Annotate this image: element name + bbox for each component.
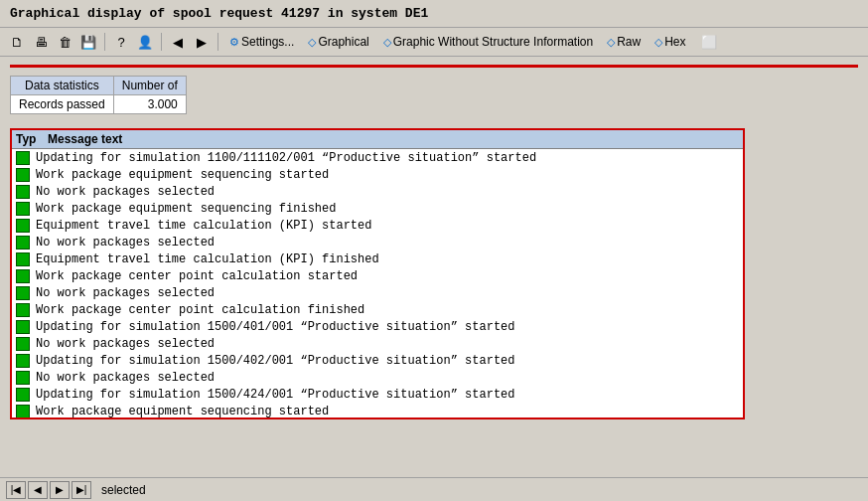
msg-text: Work package equipment sequencing starte… (36, 168, 329, 182)
title-bar: Graphical display of spool request 41297… (0, 0, 868, 28)
print-btn[interactable]: 🖶 (30, 31, 52, 53)
settings-icon: ⚙ (229, 36, 239, 49)
msg-status-icon (16, 371, 30, 385)
nav-next-btn[interactable]: ▶ (50, 481, 70, 499)
msg-status-icon (16, 252, 30, 266)
col-typ-label: Typ (16, 132, 48, 146)
message-row: Equipment travel time calculation (KPI) … (12, 250, 743, 267)
message-row: No work packages selected (12, 234, 743, 250)
sep2 (161, 33, 162, 51)
msg-text: Updating for simulation 1500/401/001 “Pr… (36, 320, 514, 334)
msg-status-icon (16, 219, 30, 233)
msg-status-icon (16, 405, 30, 418)
msg-text: Updating for simulation 1100/111102/001 … (36, 151, 536, 165)
message-row: Updating for simulation 1500/401/001 “Pr… (12, 318, 743, 335)
msg-status-icon (16, 151, 30, 165)
msg-text: No work packages selected (36, 286, 215, 300)
stats-col2-header: Number of (113, 77, 186, 95)
message-row: Updating for simulation 1500/402/001 “Pr… (12, 352, 743, 369)
msg-status-icon (16, 388, 30, 402)
stats-row1-label: Records passed (11, 95, 114, 114)
user-btn[interactable]: 👤 (134, 31, 156, 53)
msg-status-icon (16, 185, 30, 199)
message-row: No work packages selected (12, 335, 743, 352)
msg-text: No work packages selected (36, 371, 215, 385)
title-text: Graphical display of spool request 41297… (10, 6, 428, 21)
raw-button[interactable]: ◇ Raw (601, 31, 647, 53)
message-row: Work package equipment sequencing finish… (12, 200, 743, 217)
hex-icon: ◇ (654, 36, 662, 49)
msg-status-icon (16, 303, 30, 317)
sep3 (217, 33, 218, 51)
graphic-no-struct-icon: ◇ (383, 36, 391, 49)
message-row: Updating for simulation 1100/111102/001 … (12, 149, 743, 166)
nav-back-btn[interactable]: ◀ (167, 31, 189, 53)
msg-status-icon (16, 354, 30, 368)
hex-button[interactable]: ◇ Hex (649, 31, 691, 53)
msg-status-icon (16, 168, 30, 182)
main-content: Data statistics Number of Records passed… (0, 57, 868, 427)
msg-status-icon (16, 320, 30, 334)
message-header: Typ Message text (12, 130, 743, 149)
msg-status-icon (16, 202, 30, 216)
msg-text: Work package equipment sequencing starte… (36, 405, 329, 418)
stats-col1-header: Data statistics (11, 77, 114, 95)
col-text-label: Message text (48, 132, 122, 146)
nav-first-btn[interactable]: |◀ (6, 481, 26, 499)
message-row: No work packages selected (12, 369, 743, 386)
stats-row1-value: 3.000 (113, 95, 186, 114)
delete-btn[interactable]: 🗑 (54, 31, 75, 53)
msg-text: Updating for simulation 1500/402/001 “Pr… (36, 354, 514, 368)
msg-status-icon (16, 337, 30, 351)
graphical-button[interactable]: ◇ Graphical (302, 31, 374, 53)
msg-status-icon (16, 236, 30, 250)
message-row: Updating for simulation 1500/424/001 “Pr… (12, 386, 743, 403)
nav-prev-btn[interactable]: ◀ (28, 481, 48, 499)
sep1 (104, 33, 105, 51)
msg-text: No work packages selected (36, 185, 215, 199)
red-line (10, 65, 858, 68)
bottom-bar: |◀ ◀ ▶ ▶| selected (0, 477, 868, 501)
msg-text: Updating for simulation 1500/424/001 “Pr… (36, 388, 514, 402)
save-btn[interactable]: 💾 (77, 31, 99, 53)
msg-text: No work packages selected (36, 236, 215, 250)
nav-forward-btn[interactable]: ▶ (191, 31, 213, 53)
help-btn[interactable]: ? (110, 31, 132, 53)
message-row: Work package equipment sequencing starte… (12, 403, 743, 418)
message-row: Work package center point calculation st… (12, 267, 743, 284)
msg-text: Work package center point calculation fi… (36, 303, 364, 317)
message-list[interactable]: Updating for simulation 1100/111102/001 … (12, 149, 743, 418)
graphic-no-struct-button[interactable]: ◇ Graphic Without Structure Information (377, 31, 599, 53)
status-text: selected (101, 483, 146, 497)
graphical-icon: ◇ (308, 36, 316, 49)
bottom-nav: |◀ ◀ ▶ ▶| selected (6, 481, 146, 499)
message-panel: Typ Message text Updating for simulation… (10, 128, 745, 419)
msg-text: Work package equipment sequencing finish… (36, 202, 336, 216)
msg-text: Work package center point calculation st… (36, 269, 358, 283)
message-row: No work packages selected (12, 183, 743, 200)
stats-table: Data statistics Number of Records passed… (10, 76, 187, 114)
message-row: No work packages selected (12, 284, 743, 301)
nav-last-btn[interactable]: ▶| (72, 481, 91, 499)
export-btn[interactable]: ⬜ (698, 31, 720, 53)
toolbar: 🗋 🖶 🗑 💾 ? 👤 ◀ ▶ ⚙ Settings... ◇ Graphica… (0, 28, 868, 57)
msg-text: Equipment travel time calculation (KPI) … (36, 219, 371, 233)
raw-icon: ◇ (607, 36, 615, 49)
msg-status-icon (16, 286, 30, 300)
msg-status-icon (16, 269, 30, 283)
new-btn[interactable]: 🗋 (6, 31, 28, 53)
settings-button[interactable]: ⚙ Settings... (223, 31, 300, 53)
message-row: Work package center point calculation fi… (12, 301, 743, 318)
message-row: Equipment travel time calculation (KPI) … (12, 217, 743, 234)
msg-text: No work packages selected (36, 337, 215, 351)
msg-text: Equipment travel time calculation (KPI) … (36, 252, 379, 266)
message-row: Work package equipment sequencing starte… (12, 166, 743, 183)
